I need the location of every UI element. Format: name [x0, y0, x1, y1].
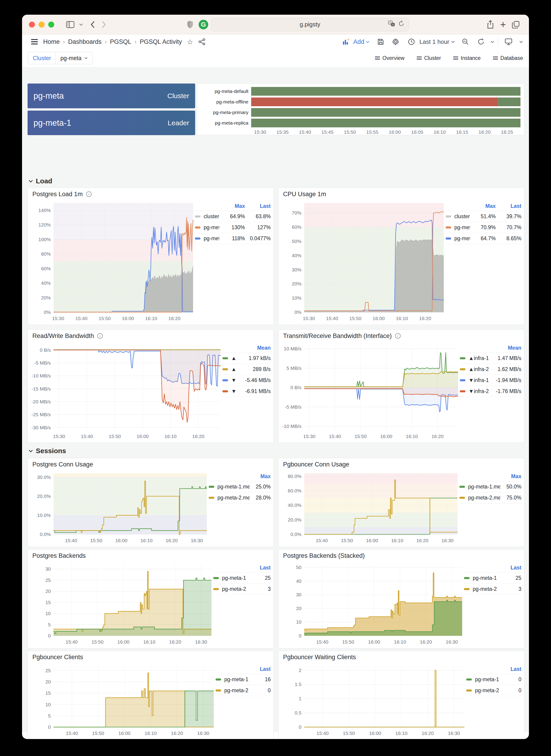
legend-row[interactable]: ▼-6.91 MB/s — [222, 386, 271, 397]
breadcrumb-pgsql[interactable]: PGSQL — [110, 38, 131, 45]
info-icon[interactable]: i — [395, 333, 401, 339]
legend-row[interactable]: ▲infra-11.47 MB/s — [460, 353, 521, 364]
back-button[interactable] — [90, 21, 95, 28]
forward-button[interactable] — [101, 21, 106, 28]
legend-row[interactable]: pg-meta-2.meta28.0% — [209, 492, 271, 503]
legend-row[interactable]: pg-meta-1 ★70.9%70.7% — [446, 222, 521, 233]
share-icon[interactable] — [487, 20, 494, 29]
refresh-icon[interactable] — [477, 38, 485, 45]
section-load[interactable]: Load — [28, 177, 52, 185]
translate-icon[interactable]: Ax — [388, 20, 395, 28]
postgres-conn-usage-legend[interactable]: Maxpg-meta-1.meta25.0%pg-meta-2.meta28.0… — [209, 471, 271, 544]
menu-icon[interactable] — [31, 39, 38, 45]
minimize-window-button[interactable] — [39, 22, 45, 28]
rw-bandwidth-legend[interactable]: Mean▲1.97 kB/s▲289 B/s▼-5.46 MB/s▼-6.91 … — [222, 342, 271, 440]
refresh-interval-chevron-icon[interactable] — [491, 41, 494, 43]
legend-row[interactable]: ▲infra-21.62 MB/s — [460, 364, 521, 375]
postgres-conn-usage-chart[interactable]: 0.0%10.0%20.0%30.0%15:4015:5016:0016:101… — [31, 471, 209, 544]
postgres-backends-stacked-chart[interactable]: 0102030405015:4015:5016:0016:1016:2016:3… — [281, 562, 464, 646]
url-bar[interactable]: g.pigsty Ax — [211, 18, 409, 31]
toolbar-overflow-chevron-icon[interactable] — [519, 41, 523, 43]
tab-overview-icon[interactable] — [512, 21, 520, 28]
legend-row[interactable]: pg-meta-1 ★130%127% — [195, 222, 271, 233]
pgbouncer-clients-chart[interactable]: 051015202515:4015:5016:0016:1016:2016:30 — [31, 663, 215, 737]
breadcrumb-dashboards[interactable]: Dashboards — [68, 38, 102, 45]
time-range-chevron-icon[interactable] — [451, 41, 455, 43]
cluster-stat-panel[interactable]: pg-meta Cluster — [28, 84, 195, 108]
legend-row[interactable]: pg-meta-125 — [464, 572, 521, 583]
rw-bandwidth-chart[interactable]: 0 B/s-5 MB/s-10 MB/s-15 MB/s-20 MB/s-25 … — [31, 342, 222, 440]
legend-row[interactable]: pg-meta-10 — [466, 674, 521, 685]
kiosk-mode-icon[interactable] — [505, 38, 512, 45]
cluster-variable-dropdown[interactable]: pg-meta — [56, 52, 92, 64]
legend-row[interactable]: pg-meta-23 — [464, 583, 521, 595]
add-chevron-icon[interactable] — [366, 41, 370, 43]
link-database[interactable]: Database — [493, 55, 523, 61]
breadcrumb-home[interactable]: Home — [43, 38, 60, 45]
cpu-usage-legend[interactable]: MaxLastcluster51.4%39.7%pg-meta-1 ★70.9%… — [446, 200, 521, 322]
postgres-backends-stacked-legend[interactable]: Lastpg-meta-125pg-meta-23 — [464, 562, 521, 646]
close-window-button[interactable] — [29, 22, 35, 28]
legend-row[interactable]: pg-meta-20 — [215, 685, 271, 696]
zoom-window-button[interactable] — [48, 22, 54, 28]
pgbouncer-waiting-clients-legend[interactable]: Lastpg-meta-10pg-meta-20 — [466, 663, 521, 737]
pgbouncer-conn-usage-chart[interactable]: 0.0%20.0%40.0%60.0%80.0%15:4015:5016:001… — [281, 471, 459, 544]
privacy-shield-icon[interactable] — [187, 20, 193, 29]
legend-row[interactable]: ▼infra-1-1.94 MB/s — [460, 375, 521, 386]
pgbouncer-clients-legend[interactable]: Lastpg-meta-116pg-meta-20 — [215, 663, 271, 737]
postgres-load-legend[interactable]: MaxLastcluster64.9%63.8%pg-meta-1 ★130%1… — [195, 200, 271, 322]
cpu-usage-chart[interactable]: 0%10%20%30%40%50%60%70%15:3015:4015:5016… — [281, 200, 446, 322]
panel-pgbouncer-clients[interactable]: Pgbouncer Clients 051015202515:4015:5016… — [28, 651, 273, 739]
legend-row[interactable]: pg-meta-116 — [215, 674, 271, 685]
sidebar-chevron-icon[interactable] — [79, 23, 83, 26]
settings-gear-icon[interactable] — [392, 38, 399, 45]
legend-row[interactable]: cluster64.9%63.8% — [195, 211, 271, 222]
legend-row[interactable]: pg-meta-264.7%8.65% — [446, 233, 521, 244]
panel-tr-bandwidth[interactable]: Transmit/Receive Bandwidth (Interface) i… — [278, 329, 524, 443]
link-overview[interactable]: Overview — [375, 55, 405, 61]
grammarly-extension-icon[interactable]: G — [198, 20, 208, 29]
reload-icon[interactable] — [398, 20, 405, 29]
panel-postgres-backends[interactable]: Postgres Backends 05101520253015:4015:50… — [28, 549, 273, 648]
legend-row[interactable]: cluster51.4%39.7% — [446, 211, 521, 222]
panel-rw-bandwidth[interactable]: Read/Write Bandwidth i 0 B/s-5 MB/s-10 M… — [28, 329, 273, 443]
sidebar-toggle-icon[interactable] — [66, 21, 74, 28]
panel-postgres-load[interactable]: Postgres Load 1m i 0%20%40%60%80%100%120… — [28, 188, 273, 325]
legend-row[interactable]: pg-meta-1.meta25.0% — [209, 481, 271, 492]
postgres-load-chart[interactable]: 0%20%40%60%80%100%120%140%15:3015:4015:5… — [31, 200, 195, 322]
section-sessions[interactable]: Sessions — [28, 447, 66, 455]
legend-row[interactable]: pg-meta-23 — [213, 583, 271, 595]
postgres-backends-legend[interactable]: Lastpg-meta-125pg-meta-23 — [213, 562, 271, 646]
legend-row[interactable]: ▲1.97 kB/s — [222, 353, 271, 364]
panel-pgbouncer-conn-usage[interactable]: Pgbouncer Conn Usage 0.0%20.0%40.0%60.0%… — [278, 458, 524, 547]
legend-row[interactable]: pg-meta-1.meta50.0% — [459, 481, 521, 492]
save-dashboard-icon[interactable] — [377, 38, 384, 45]
zoom-out-icon[interactable] — [462, 38, 469, 45]
panel-postgres-backends-stacked[interactable]: Postgres Backends (Stacked) 010203040501… — [278, 549, 524, 648]
add-button[interactable]: Add — [353, 38, 364, 45]
panel-cpu-usage[interactable]: CPU Usage 1m 0%10%20%30%40%50%60%70%15:3… — [278, 188, 524, 325]
pgbouncer-conn-usage-legend[interactable]: Maxpg-meta-1.meta50.0%pg-meta-2.meta75.0… — [459, 471, 521, 544]
time-range-clock-icon[interactable] — [408, 38, 415, 45]
legend-row[interactable]: pg-meta-2.meta75.0% — [459, 492, 521, 503]
instance-status-panel[interactable]: pg-meta-defaultpg-meta-offlinepg-meta-pr… — [197, 84, 524, 135]
time-range-picker[interactable]: Last 1 hour — [420, 38, 449, 45]
postgres-backends-chart[interactable]: 05101520253015:4015:5016:0016:1016:2016:… — [31, 562, 213, 646]
cluster-variable-label[interactable]: Cluster — [28, 52, 56, 64]
legend-row[interactable]: ▼-5.46 MB/s — [222, 375, 271, 386]
legend-row[interactable]: ▼infra-2-1.76 MB/s — [460, 386, 521, 397]
legend-row[interactable]: pg-meta-20 — [466, 685, 521, 696]
info-icon[interactable]: i — [97, 333, 103, 339]
legend-row[interactable]: pg-meta-2118%0.0477% — [195, 233, 271, 244]
share-dashboard-icon[interactable] — [198, 38, 205, 45]
legend-row[interactable]: pg-meta-125 — [213, 572, 271, 583]
link-cluster[interactable]: Cluster — [417, 55, 441, 61]
info-icon[interactable]: i — [86, 191, 92, 197]
leader-stat-panel[interactable]: pg-meta-1 Leader — [28, 111, 195, 135]
panel-postgres-conn-usage[interactable]: Postgres Conn Usage 0.0%10.0%20.0%30.0%1… — [28, 458, 273, 547]
panel-pgbouncer-waiting-clients[interactable]: Pgbouncer Waiting Clients 00.511.5215:40… — [278, 651, 524, 739]
add-panel-icon[interactable]: + — [342, 38, 349, 45]
tr-bandwidth-legend[interactable]: Mean▲infra-11.47 MB/s▲infra-21.62 MB/s▼i… — [460, 342, 521, 440]
tr-bandwidth-chart[interactable]: 10 MB/s5 MB/s0 B/s-5 MB/s-10 MB/s15:3015… — [281, 342, 460, 440]
pgbouncer-waiting-clients-chart[interactable]: 00.511.5215:4015:5016:0016:1016:2016:30 — [281, 663, 466, 737]
